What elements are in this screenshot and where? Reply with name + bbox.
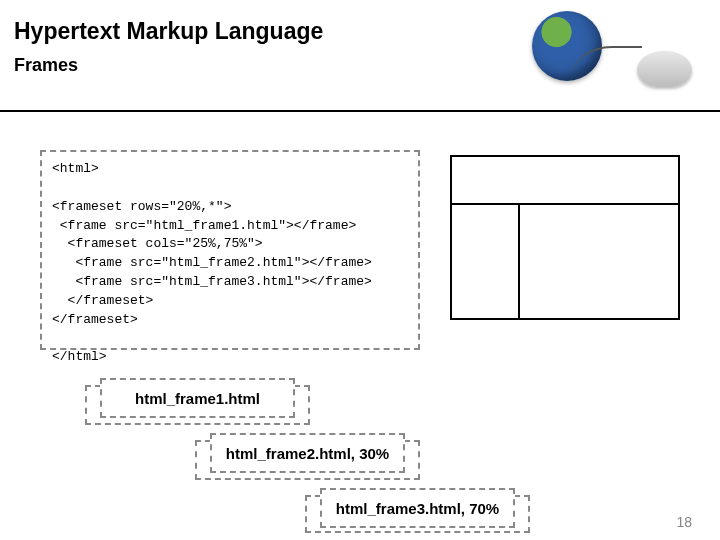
slide-header: Hypertext Markup Language Frames <box>0 0 720 82</box>
caption-frame3: html_frame3.html, 70% <box>320 488 515 528</box>
mouse-icon <box>637 51 692 87</box>
diagram-bottom-row <box>452 205 678 318</box>
code-example: <html> <frameset rows="20%,*"> <frame sr… <box>40 150 420 350</box>
horizontal-rule <box>0 110 720 112</box>
header-illustration <box>502 6 702 96</box>
diagram-frame1 <box>452 157 678 205</box>
diagram-frame2 <box>452 205 520 318</box>
caption-frame1: html_frame1.html <box>100 378 295 418</box>
frameset-diagram <box>450 155 680 320</box>
diagram-frame3 <box>520 205 678 318</box>
page-number: 18 <box>676 514 692 530</box>
caption-frame2: html_frame2.html, 30% <box>210 433 405 473</box>
